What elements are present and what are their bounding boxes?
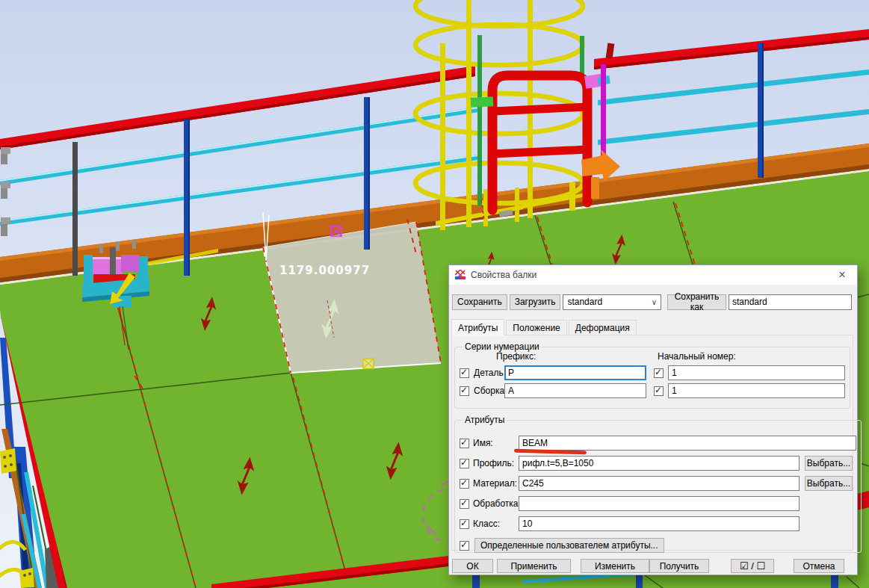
uda-checkbox[interactable]: ✓ (460, 541, 469, 551)
assembly-start-checkbox[interactable]: ✓ (654, 386, 664, 396)
dialog-footer: ОК Применить Изменить Получить ☑ / ☐ Отм… (449, 559, 857, 574)
class-checkbox[interactable]: ✓ (460, 519, 469, 529)
assembly-prefix-input[interactable] (504, 383, 646, 398)
bolted-plate (0, 448, 16, 474)
ladder-rail-green (477, 35, 482, 205)
attributes-tab-panel: Серии нумерации Префикс: Начальный номер… (451, 335, 853, 551)
preset-dropdown-value: standard (567, 297, 602, 307)
attributes-legend: Атрибуты (463, 415, 507, 425)
assembly-start-input[interactable] (668, 383, 845, 398)
finish-row: ✓ Обработка: (460, 496, 856, 511)
apply-button[interactable]: Применить (497, 559, 571, 573)
save-button[interactable]: Сохранить (452, 294, 507, 310)
dialog-tabs: Атрибуты Положение Деформация (451, 319, 638, 335)
get-button[interactable]: Получить (649, 559, 709, 573)
material-checkbox[interactable]: ✓ (460, 479, 469, 489)
rail-post-gray (72, 142, 78, 276)
class-input[interactable] (519, 516, 800, 531)
attributes-group: Атрибуты ✓ Имя: ✓ Профиль: Выбрать... ✓ … (454, 415, 862, 553)
name-input[interactable] (519, 436, 856, 451)
name-checkbox[interactable]: ✓ (460, 439, 469, 448)
material-label: Материал: (473, 478, 519, 489)
assembly-checkbox[interactable]: ✓ (460, 386, 469, 396)
bolted-plate (19, 568, 34, 588)
dialog-title: Свойства балки (471, 270, 536, 280)
class-label: Класс: (473, 519, 519, 529)
profile-checkbox[interactable]: ✓ (460, 459, 469, 468)
tab-attributes[interactable]: Атрибуты (451, 319, 504, 335)
finish-checkbox[interactable]: ✓ (460, 499, 469, 509)
modify-button[interactable]: Изменить (581, 559, 649, 573)
uda-row: ✓ Определенные пользователем атрибуты... (460, 538, 856, 553)
profile-input[interactable] (519, 456, 800, 471)
close-icon[interactable]: × (835, 268, 850, 282)
tab-deformation[interactable]: Деформация (569, 320, 637, 335)
preset-toolbar: Сохранить Загрузить standard ∨ Сохранить… (452, 294, 852, 310)
dialog-titlebar[interactable]: Свойства балки × (449, 265, 857, 285)
tekla-app-icon (455, 270, 466, 280)
toggle-all-checkboxes-button[interactable]: ☑ / ☐ (731, 559, 774, 573)
chevron-down-icon: ∨ (652, 298, 657, 306)
save-as-button[interactable]: Сохранить как (667, 294, 726, 310)
cancel-button[interactable]: Отмена (794, 559, 844, 573)
part-checkbox[interactable]: ✓ (460, 368, 469, 378)
profile-select-button[interactable]: Выбрать... (805, 456, 853, 471)
dimension-label: 1179.000977 (279, 264, 370, 277)
preset-dropdown[interactable]: standard ∨ (563, 294, 661, 310)
beam-properties-dialog: Свойства балки × Сохранить Загрузить sta… (448, 264, 858, 575)
part-label: Деталь (474, 368, 504, 378)
part-start-checkbox[interactable]: ✓ (654, 368, 664, 378)
material-select-button[interactable]: Выбрать... (805, 476, 853, 491)
profile-label: Профиль: (473, 458, 519, 468)
material-input[interactable] (519, 476, 800, 491)
save-as-input[interactable] (729, 294, 852, 310)
user-defined-attributes-button[interactable]: Определенные пользователем атрибуты... (474, 538, 664, 553)
profile-row: ✓ Профиль: Выбрать... (460, 456, 856, 471)
numbering-legend: Серии нумерации (463, 341, 542, 352)
class-row: ✓ Класс: (460, 516, 856, 531)
prefix-header: Префикс: (496, 351, 658, 362)
finish-input[interactable] (519, 496, 800, 511)
gate-clamp-green (471, 96, 494, 108)
tab-position[interactable]: Положение (506, 320, 566, 335)
selection-handle-bottom[interactable] (363, 359, 374, 368)
part-start-input[interactable] (668, 365, 845, 380)
assembly-label: Сборка (474, 386, 504, 396)
screenshot-root: 1179.000977 (0, 0, 869, 588)
finish-label: Обработка: (473, 498, 519, 509)
numbering-group: Серии нумерации Префикс: Начальный номер… (454, 341, 850, 409)
start-number-header: Начальный номер: (658, 351, 736, 362)
name-label: Имя: (473, 438, 519, 448)
load-button[interactable]: Загрузить (510, 294, 561, 310)
ok-button[interactable]: ОК (452, 559, 493, 573)
bracket-post-orange (591, 177, 599, 199)
numbering-row-assembly: ✓ Сборка ✓ (460, 383, 845, 398)
material-row: ✓ Материал: Выбрать... (460, 476, 856, 491)
part-prefix-input[interactable] (504, 365, 646, 380)
numbering-row-part: ✓ Деталь ✓ (460, 365, 845, 380)
